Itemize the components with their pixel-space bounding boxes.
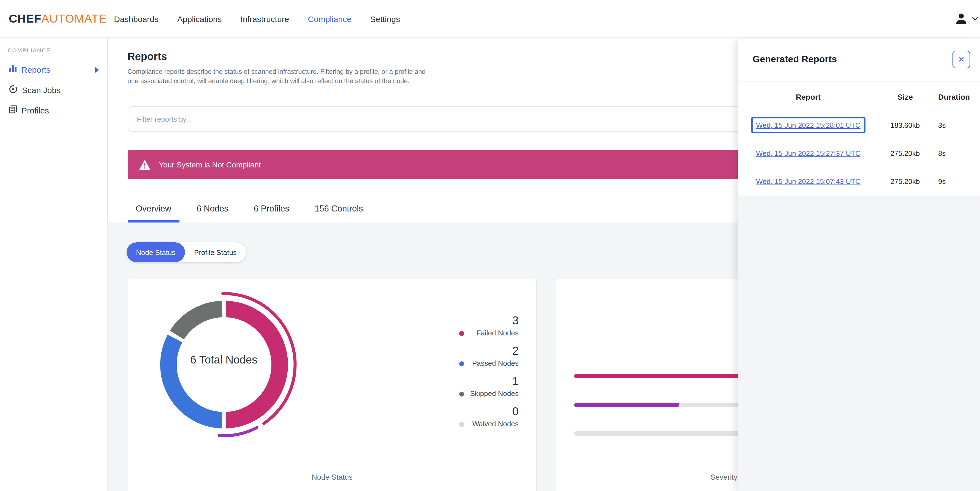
legend-label: Waived Nodes (473, 419, 519, 429)
report-duration: 9s (936, 177, 980, 185)
report-duration: 8s (936, 149, 980, 157)
report-size: 275.20kb (874, 149, 936, 157)
report-link-box: Wed, 15 Jun 2022 15:27:37 UTC (751, 145, 865, 161)
app-root: Reports Compliance reports describe the … (0, 0, 980, 491)
legend-dot-icon (459, 361, 464, 366)
bar-chart-icon (9, 64, 17, 75)
alert-text: Your System is Not Compliant (159, 160, 261, 169)
brand-automate: AUTOMATE (41, 12, 107, 26)
column-header-size: Size (874, 92, 936, 101)
report-size: 183.60kb (874, 121, 936, 129)
panel-divider (738, 81, 980, 82)
legend-label: Failed Nodes (477, 328, 519, 338)
legend-item-waived-nodes: 0Waived Nodes (342, 404, 519, 429)
legend-label: Passed Nodes (472, 359, 519, 368)
chevron-down-icon (972, 16, 978, 22)
user-menu[interactable] (954, 0, 978, 37)
warning-triangle-icon (139, 160, 150, 170)
legend-count: 1 (342, 373, 519, 389)
legend-count: 2 (342, 343, 519, 359)
report-size: 275.20kb (874, 177, 936, 185)
legend-item-skipped-nodes: 1Skipped Nodes (342, 373, 519, 399)
sidebar-item-label: Reports (21, 65, 50, 74)
report-duration: 3s (936, 121, 980, 129)
donut-segment-passed-nodes (168, 338, 222, 420)
reports-table-header: Report Size Duration (738, 89, 980, 104)
brand-chef: CHEF (9, 12, 41, 26)
donut-outer-arc-1 (219, 428, 256, 436)
donut-segment-skipped-nodes (177, 309, 222, 335)
report-download-link[interactable]: Wed, 15 Jun 2022 15:28:01 UTC (756, 121, 861, 129)
nav-item-dashboards[interactable]: Dashboards (114, 14, 159, 23)
table-row: Wed, 15 Jun 2022 15:07:43 UTC275.20kb9s (738, 167, 980, 195)
table-row: Wed, 15 Jun 2022 15:28:01 UTC183.60kb3s (738, 111, 980, 139)
sidebar-item-scan-jobs[interactable]: Scan Jobs (0, 80, 107, 100)
legend-item-failed-nodes: 3Failed Nodes (342, 313, 519, 338)
legend-dot-icon (459, 422, 464, 427)
column-header-duration: Duration (936, 92, 980, 101)
sidebar-item-reports[interactable]: Reports (0, 59, 107, 80)
sidebar-item-label: Scan Jobs (22, 85, 60, 95)
report-tabs: Overview6 Nodes6 Profiles156 Controls (127, 197, 380, 223)
nav-item-settings[interactable]: Settings (370, 14, 400, 23)
toggle-node-status[interactable]: Node Status (127, 242, 185, 262)
profiles-icon (9, 105, 17, 116)
sidebar-items: ReportsScan JobsProfiles (0, 59, 107, 121)
node-status-caption: Node Status (128, 473, 536, 481)
user-icon (954, 11, 969, 26)
sidebar-item-label: Profiles (21, 106, 49, 115)
sidebar-section-label: COMPLIANCE (8, 47, 51, 53)
close-icon[interactable]: ✕ (953, 50, 970, 68)
legend-count: 3 (342, 313, 519, 328)
report-link-box: Wed, 15 Jun 2022 15:07:43 UTC (751, 173, 865, 190)
donut-center-label: 6 Total Nodes (161, 354, 287, 366)
node-status-card: 6 Total Nodes 3Failed Nodes2Passed Nodes… (127, 279, 537, 491)
column-header-report: Report (742, 92, 874, 101)
selected-report-link-box: Wed, 15 Jun 2022 15:28:01 UTC (751, 117, 865, 133)
generated-reports-panel: Generated Reports ✕ Report Size Duration… (738, 39, 980, 491)
table-row: Wed, 15 Jun 2022 15:27:37 UTC275.20kb8s (738, 139, 980, 167)
generated-reports-table-area: Generated Reports ✕ Report Size Duration… (738, 39, 980, 195)
status-toggle: Node StatusProfile Status (127, 242, 246, 262)
legend-item-passed-nodes: 2Passed Nodes (342, 343, 519, 368)
tab-6-nodes[interactable]: 6 Nodes (188, 197, 237, 223)
page-title: Reports (127, 51, 167, 63)
report-download-link[interactable]: Wed, 15 Jun 2022 15:27:37 UTC (756, 149, 861, 158)
report-download-link[interactable]: Wed, 15 Jun 2022 15:07:43 UTC (756, 177, 861, 186)
chef-automate-logo: CHEFAUTOMATE (9, 0, 107, 37)
scan-target-icon (9, 84, 18, 96)
tab-156-controls[interactable]: 156 Controls (306, 197, 371, 223)
tab-6-profiles[interactable]: 6 Profiles (245, 197, 298, 223)
page-description: Compliance reports describe the status o… (127, 67, 480, 86)
reports-table-rows: Wed, 15 Jun 2022 15:28:01 UTC183.60kb3sW… (738, 111, 980, 195)
sidebar-item-profiles[interactable]: Profiles (0, 100, 107, 121)
node-status-legend: 3Failed Nodes2Passed Nodes1Skipped Nodes… (342, 313, 519, 434)
tab-overview[interactable]: Overview (127, 197, 180, 223)
legend-dot-icon (459, 391, 464, 396)
toggle-profile-status[interactable]: Profile Status (185, 242, 246, 262)
severity-bar-fill-1 (574, 403, 679, 407)
nav-item-infrastructure[interactable]: Infrastructure (240, 14, 289, 23)
card-divider (137, 465, 527, 465)
nav-item-applications[interactable]: Applications (177, 14, 222, 23)
legend-dot-icon (459, 331, 464, 336)
legend-label: Skipped Nodes (470, 389, 519, 399)
panel-title: Generated Reports (752, 54, 837, 65)
top-header: CHEFAUTOMATE DashboardsApplicationsInfra… (0, 0, 980, 38)
compliance-sidebar: COMPLIANCE ReportsScan JobsProfiles (0, 37, 108, 491)
nav-item-compliance[interactable]: Compliance (308, 14, 351, 23)
submenu-arrow-icon (95, 67, 99, 72)
top-navigation: DashboardsApplicationsInfrastructureComp… (114, 0, 400, 37)
legend-count: 0 (342, 404, 519, 419)
